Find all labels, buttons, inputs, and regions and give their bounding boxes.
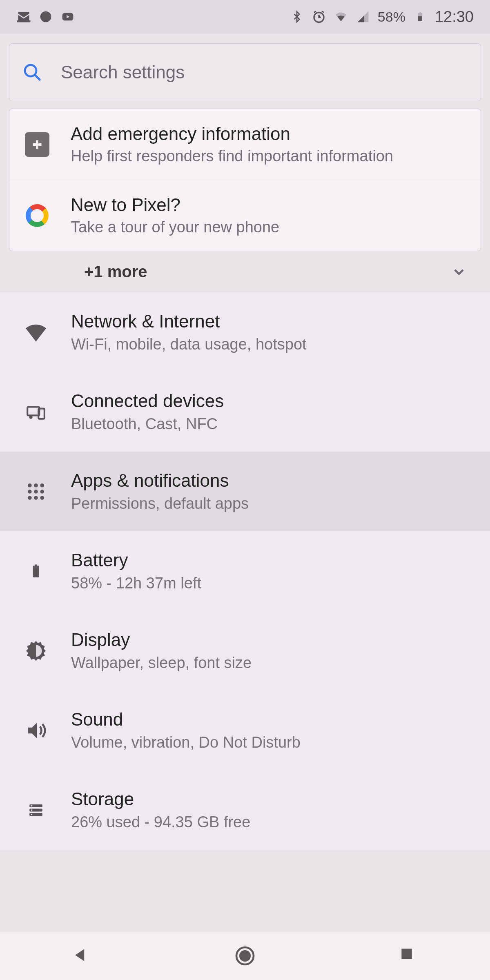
svg-rect-0 <box>17 20 31 22</box>
search-settings[interactable]: Search settings <box>9 43 481 101</box>
brightness-icon <box>20 635 52 667</box>
svg-line-8 <box>35 75 40 80</box>
wifi-status-icon <box>334 9 348 24</box>
setting-title: Network & Internet <box>71 311 476 332</box>
youtube-icon <box>60 9 75 24</box>
battery-percent: 58% <box>378 9 405 25</box>
nav-home-button[interactable] <box>234 944 256 967</box>
search-icon <box>22 62 42 82</box>
setting-subtitle: Bluetooth, Cast, NFC <box>71 415 476 433</box>
svg-point-27 <box>31 809 33 811</box>
setting-subtitle: Wallpaper, sleep, font size <box>71 654 476 672</box>
svg-rect-5 <box>418 16 422 21</box>
svg-point-15 <box>28 490 32 494</box>
setting-sound[interactable]: Sound Volume, vibration, Do Not Disturb <box>0 690 490 770</box>
setting-title: Sound <box>71 709 476 730</box>
setting-title: Storage <box>71 789 476 809</box>
apps-grid-icon <box>20 475 52 508</box>
svg-rect-31 <box>402 949 412 959</box>
svg-point-11 <box>29 415 32 419</box>
svg-point-17 <box>40 490 44 494</box>
setting-subtitle: 58% - 12h 37m left <box>71 575 476 592</box>
nav-recents-button[interactable] <box>399 946 419 966</box>
svg-point-26 <box>31 805 33 806</box>
gear-dot-icon <box>38 9 53 24</box>
setting-title: Apps & notifications <box>71 470 476 491</box>
setting-storage[interactable]: Storage 26% used - 94.35 GB free <box>0 770 490 850</box>
svg-point-13 <box>34 483 38 488</box>
suggestion-emergency-info[interactable]: Add emergency information Help first res… <box>9 109 481 180</box>
chevron-down-icon <box>451 264 467 280</box>
svg-point-18 <box>28 496 32 500</box>
svg-point-14 <box>40 483 44 488</box>
setting-display[interactable]: Display Wallpaper, sleep, font size <box>0 611 490 690</box>
svg-point-19 <box>34 496 38 500</box>
settings-list: Network & Internet Wi-Fi, mobile, data u… <box>0 292 490 850</box>
setting-battery[interactable]: Battery 58% - 12h 37m left <box>0 531 490 611</box>
suggestion-pixel-tour[interactable]: New to Pixel? Take a tour of your new ph… <box>9 180 481 251</box>
bluetooth-icon <box>290 9 304 24</box>
setting-title: Display <box>71 630 476 650</box>
setting-subtitle: 26% used - 94.35 GB free <box>71 813 476 831</box>
expand-more-suggestions[interactable]: +1 more <box>0 251 490 292</box>
google-logo-icon <box>26 204 49 227</box>
plus-box-icon <box>25 132 49 157</box>
search-placeholder: Search settings <box>61 62 185 82</box>
setting-subtitle: Volume, vibration, Do Not Disturb <box>71 734 476 751</box>
svg-point-28 <box>31 813 33 815</box>
gmail-icon <box>16 9 31 24</box>
setting-subtitle: Permissions, default apps <box>71 495 476 512</box>
svg-point-1 <box>40 11 51 22</box>
devices-icon <box>20 396 52 428</box>
svg-rect-9 <box>27 407 39 415</box>
suggestion-subtitle: Help first responders find important inf… <box>71 147 468 165</box>
setting-apps-notifications[interactable]: Apps & notifications Permissions, defaul… <box>0 452 490 531</box>
more-label: +1 more <box>84 263 147 281</box>
svg-rect-21 <box>33 566 39 577</box>
svg-point-12 <box>28 483 32 488</box>
setting-title: Battery <box>71 550 476 570</box>
status-time: 12:30 <box>435 8 474 26</box>
setting-title: Connected devices <box>71 391 476 411</box>
svg-rect-22 <box>35 564 37 566</box>
storage-icon <box>20 794 52 826</box>
alarm-icon <box>312 9 326 24</box>
setting-network-internet[interactable]: Network & Internet Wi-Fi, mobile, data u… <box>0 292 490 372</box>
suggestion-subtitle: Take a tour of your new phone <box>71 218 468 236</box>
svg-point-20 <box>40 496 44 500</box>
setting-subtitle: Wi-Fi, mobile, data usage, hotspot <box>71 336 476 353</box>
suggestion-title: New to Pixel? <box>71 195 468 215</box>
suggestion-title: Add emergency information <box>71 124 468 144</box>
wifi-icon <box>20 316 52 349</box>
svg-point-16 <box>34 490 38 494</box>
svg-rect-6 <box>419 12 421 13</box>
cell-signal-icon <box>356 9 370 24</box>
nav-bar <box>0 931 490 980</box>
battery-icon <box>413 9 428 24</box>
svg-point-30 <box>239 950 251 962</box>
suggestions-card: Add emergency information Help first res… <box>9 109 481 251</box>
setting-connected-devices[interactable]: Connected devices Bluetooth, Cast, NFC <box>0 372 490 452</box>
nav-back-button[interactable] <box>71 946 91 966</box>
sound-icon <box>20 714 52 747</box>
battery-full-icon <box>20 555 52 588</box>
status-bar: 58% 12:30 <box>0 0 490 33</box>
